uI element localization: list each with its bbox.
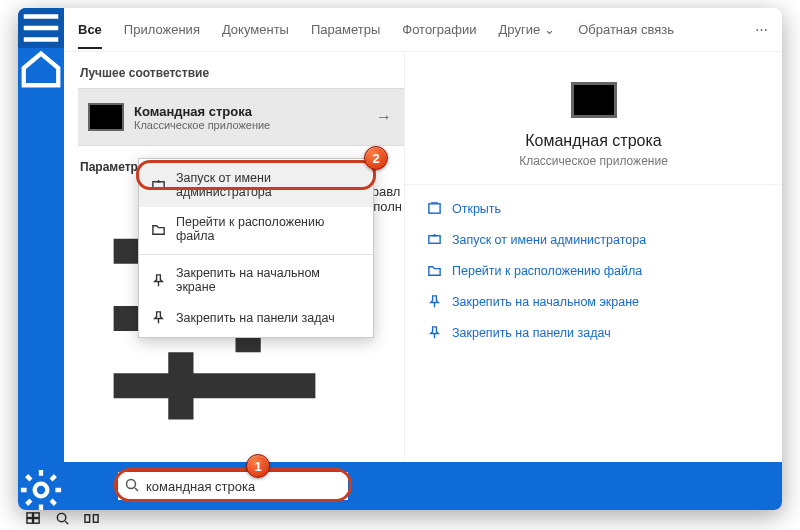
hamburger-button[interactable] xyxy=(18,8,64,48)
task-view-button[interactable] xyxy=(84,511,99,530)
context-menu: Запуск от имени администратора Перейти к… xyxy=(138,158,374,338)
settings-button[interactable] xyxy=(18,470,64,510)
task-view-icon xyxy=(84,511,99,526)
tab-docs[interactable]: Документы xyxy=(222,22,289,37)
svg-rect-4 xyxy=(153,181,164,189)
annotation-marker-1: 1 xyxy=(246,454,270,478)
preview-subtitle: Классическое приложение xyxy=(519,154,668,168)
svg-point-3 xyxy=(127,480,136,489)
best-match-title: Командная строка xyxy=(134,104,364,119)
open-icon xyxy=(427,201,442,216)
ctx-open-location[interactable]: Перейти к расположению файла xyxy=(139,207,373,251)
ctx-open-location-label: Перейти к расположению файла xyxy=(176,215,361,243)
svg-rect-5 xyxy=(27,512,33,517)
search-bar xyxy=(64,462,782,510)
action-pin-start-label: Закрепить на начальном экране xyxy=(452,295,639,309)
best-match-subtitle: Классическое приложение xyxy=(134,119,364,131)
pin-taskbar-icon xyxy=(151,310,166,325)
left-rail xyxy=(18,8,64,510)
ctx-pin-taskbar[interactable]: Закрепить на панели задач xyxy=(139,302,373,333)
svg-rect-8 xyxy=(34,518,40,523)
pin-taskbar-icon xyxy=(427,325,442,340)
search-input[interactable] xyxy=(118,472,348,500)
search-icon xyxy=(124,477,140,497)
best-match-header: Лучшее соответствие xyxy=(80,66,404,80)
tab-settings[interactable]: Параметры xyxy=(311,22,380,37)
action-pin-taskbar-label: Закрепить на панели задач xyxy=(452,326,611,340)
preview-thumb-icon xyxy=(571,82,617,118)
svg-rect-6 xyxy=(34,512,40,517)
ctx-pin-start-label: Закрепить на начальном экране xyxy=(176,266,361,294)
tab-all[interactable]: Все xyxy=(78,22,102,49)
options-button[interactable]: ⋯ xyxy=(755,22,768,37)
search-icon xyxy=(55,511,70,526)
svg-rect-1 xyxy=(429,204,440,213)
action-run-admin[interactable]: Запуск от имени администратора xyxy=(425,224,762,255)
taskbar xyxy=(18,508,782,530)
preview-pane: Командная строка Классическое приложение… xyxy=(404,52,782,462)
action-open-location[interactable]: Перейти к расположению файла xyxy=(425,255,762,286)
gear-icon xyxy=(18,467,64,510)
preview-title: Командная строка xyxy=(525,132,662,150)
action-run-admin-label: Запуск от имени администратора xyxy=(452,233,646,247)
ctx-run-admin[interactable]: Запуск от имени администратора xyxy=(139,163,373,207)
search-window: Все Приложения Документы Параметры Фотог… xyxy=(18,8,782,510)
ctx-pin-start[interactable]: Закрепить на начальном экране xyxy=(139,258,373,302)
best-match-item[interactable]: Командная строка Классическое приложение… xyxy=(78,88,404,146)
action-open-location-label: Перейти к расположению файла xyxy=(452,264,642,278)
start-button[interactable] xyxy=(26,511,41,530)
tab-more[interactable]: Другие⌄ xyxy=(499,22,556,37)
svg-rect-10 xyxy=(85,514,90,522)
action-pin-start[interactable]: Закрепить на начальном экране xyxy=(425,286,762,317)
ctx-pin-taskbar-label: Закрепить на панели задач xyxy=(176,311,335,325)
svg-rect-11 xyxy=(93,514,98,522)
windows-icon xyxy=(26,511,41,526)
action-pin-taskbar[interactable]: Закрепить на панели задач xyxy=(425,317,762,348)
action-open-label: Открыть xyxy=(452,202,501,216)
svg-rect-2 xyxy=(429,236,440,244)
home-icon xyxy=(18,45,64,91)
annotation-marker-2: 2 xyxy=(364,146,388,170)
pin-start-icon xyxy=(427,294,442,309)
tab-photos[interactable]: Фотографии xyxy=(402,22,476,37)
shield-icon xyxy=(427,232,442,247)
tab-apps[interactable]: Приложения xyxy=(124,22,200,37)
feedback-link[interactable]: Обратная связь xyxy=(577,22,733,37)
folder-icon xyxy=(151,222,166,237)
ctx-run-admin-label: Запуск от имени администратора xyxy=(176,171,361,199)
pin-start-icon xyxy=(151,273,166,288)
shield-icon xyxy=(151,178,166,193)
filter-tabs: Все Приложения Документы Параметры Фотог… xyxy=(64,8,782,52)
svg-rect-7 xyxy=(27,518,33,523)
home-button[interactable] xyxy=(18,48,64,88)
action-open[interactable]: Открыть xyxy=(425,193,762,224)
expand-arrow-icon[interactable]: → xyxy=(364,108,404,126)
svg-point-9 xyxy=(57,513,65,521)
folder-icon xyxy=(427,263,442,278)
ctx-divider xyxy=(139,254,373,255)
chevron-down-icon: ⌄ xyxy=(544,22,555,37)
taskbar-search-button[interactable] xyxy=(55,511,70,530)
cmd-thumb-icon xyxy=(88,103,124,131)
svg-point-0 xyxy=(35,484,48,497)
